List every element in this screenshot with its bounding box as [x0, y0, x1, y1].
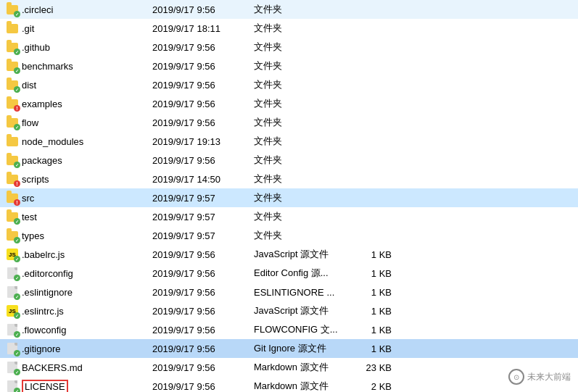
- file-icon: JS: [6, 304, 19, 317]
- file-row[interactable]: scripts2019/9/17 14:50文件夹: [0, 170, 578, 188]
- file-icon: [6, 361, 19, 374]
- file-name: src: [22, 193, 152, 204]
- file-date: 2019/9/17 14:50: [152, 174, 254, 185]
- file-date: 2019/9/17 9:56: [152, 61, 254, 72]
- file-date: 2019/9/17 9:56: [152, 362, 254, 373]
- file-icon: JS: [6, 248, 19, 261]
- file-row[interactable]: examples2019/9/17 9:56文件夹: [0, 94, 578, 113]
- file-row[interactable]: .flowconfig2019/9/17 9:56FLOWCONFIG 文...…: [0, 320, 578, 339]
- badge-green: [14, 350, 20, 356]
- file-icon: [6, 267, 19, 280]
- file-name: .github: [22, 42, 152, 53]
- file-row[interactable]: src2019/9/17 9:57文件夹: [0, 188, 578, 207]
- badge-green: [14, 67, 20, 74]
- file-date: 2019/9/17 9:56: [152, 343, 254, 354]
- file-icon: [6, 97, 19, 110]
- file-type: JavaScript 源文件: [254, 304, 348, 317]
- file-name: types: [22, 230, 152, 241]
- file-row[interactable]: benchmarks2019/9/17 9:56文件夹: [0, 57, 578, 75]
- file-name: .git: [22, 23, 152, 34]
- file-name: .editorconfig: [22, 268, 152, 279]
- file-icon: [6, 191, 19, 204]
- badge-green: [14, 331, 20, 338]
- file-row[interactable]: flow2019/9/17 9:56文件夹: [0, 113, 578, 132]
- file-row[interactable]: .github2019/9/17 9:56文件夹: [0, 38, 578, 57]
- file-icon: [6, 323, 19, 336]
- file-date: 2019/9/17 9:56: [152, 381, 254, 392]
- file-row[interactable]: dist2019/9/17 9:56文件夹: [0, 75, 578, 94]
- file-type: 文件夹: [254, 78, 348, 91]
- file-icon: [6, 3, 19, 16]
- file-date: 2019/9/17 9:56: [152, 287, 254, 298]
- file-row[interactable]: types2019/9/17 9:57文件夹: [0, 226, 578, 245]
- file-type: 文件夹: [254, 154, 348, 167]
- file-date: 2019/9/17 9:56: [152, 4, 254, 15]
- file-icon: [6, 78, 19, 91]
- file-size: 1 KB: [348, 343, 392, 354]
- file-size: 1 KB: [348, 268, 392, 279]
- file-row[interactable]: .eslintignore2019/9/17 9:56ESLINTIGNORE …: [0, 283, 578, 301]
- badge-red: [14, 180, 20, 187]
- file-name: .flowconfig: [22, 325, 152, 335]
- badge-green: [14, 49, 20, 55]
- file-row[interactable]: LICENSE2019/9/17 9:56Markdown 源文件2 KB: [0, 377, 578, 392]
- file-date: 2019/9/17 9:56: [152, 80, 254, 91]
- file-type: 文件夹: [254, 229, 348, 242]
- file-type: FLOWCONFIG 文...: [254, 323, 348, 336]
- badge-green: [14, 275, 20, 281]
- file-icon: [6, 380, 19, 392]
- file-date: 2019/9/17 9:56: [152, 325, 254, 335]
- file-row[interactable]: test2019/9/17 9:57文件夹: [0, 207, 578, 226]
- file-icon: [6, 210, 19, 223]
- file-date: 2019/9/17 9:56: [152, 117, 254, 128]
- file-date: 2019/9/17 9:56: [152, 249, 254, 260]
- file-date: 2019/9/17 9:57: [152, 193, 254, 204]
- badge-green: [14, 388, 20, 392]
- file-row[interactable]: BACKERS.md2019/9/17 9:56Markdown 源文件23 K…: [0, 358, 578, 377]
- file-row[interactable]: JS.babelrc.js2019/9/17 9:56JavaScript 源文…: [0, 245, 578, 264]
- file-type: Git Ignore 源文件: [254, 342, 348, 355]
- file-row[interactable]: packages2019/9/17 9:56文件夹: [0, 151, 578, 170]
- file-name: LICENSE: [22, 380, 152, 393]
- file-size: 1 KB: [348, 325, 392, 335]
- file-name: packages: [22, 155, 152, 166]
- file-type: 文件夹: [254, 210, 348, 223]
- file-icon: [6, 135, 19, 148]
- file-name: benchmarks: [22, 61, 152, 72]
- badge-green: [14, 237, 20, 243]
- file-size: 23 KB: [348, 362, 392, 373]
- file-type: Editor Config 源...: [254, 267, 348, 280]
- badge-green: [14, 162, 20, 168]
- file-row[interactable]: .editorconfig2019/9/17 9:56Editor Config…: [0, 264, 578, 283]
- badge-green: [14, 86, 20, 93]
- file-row[interactable]: JS.eslintrc.js2019/9/17 9:56JavaScript 源…: [0, 301, 578, 320]
- file-list[interactable]: .circleci2019/9/17 9:56文件夹.git2019/9/17 …: [0, 0, 578, 392]
- file-size: 1 KB: [348, 306, 392, 317]
- file-row[interactable]: .git2019/9/17 18:11文件夹: [0, 19, 578, 38]
- file-name: .babelrc.js: [22, 249, 152, 260]
- file-row[interactable]: .gitignore2019/9/17 9:56Git Ignore 源文件1 …: [0, 339, 578, 358]
- file-type: Markdown 源文件: [254, 380, 348, 392]
- file-date: 2019/9/17 19:13: [152, 136, 254, 147]
- file-date: 2019/9/17 9:56: [152, 155, 254, 166]
- file-name: test: [22, 212, 152, 222]
- file-type: 文件夹: [254, 191, 348, 204]
- watermark-text: 未来大前端: [527, 371, 571, 383]
- file-type: 文件夹: [254, 3, 348, 16]
- file-type: 文件夹: [254, 116, 348, 129]
- file-row[interactable]: node_modules2019/9/17 19:13文件夹: [0, 132, 578, 151]
- watermark: ⊙ 未来大前端: [508, 369, 571, 385]
- file-type: 文件夹: [254, 22, 348, 35]
- file-type: 文件夹: [254, 59, 348, 72]
- file-date: 2019/9/17 9:56: [152, 306, 254, 317]
- file-date: 2019/9/17 9:57: [152, 212, 254, 222]
- file-icon: [6, 229, 19, 242]
- file-row[interactable]: .circleci2019/9/17 9:56文件夹: [0, 0, 578, 19]
- file-name: .circleci: [22, 4, 152, 15]
- badge-green: [14, 11, 20, 17]
- badge-green: [14, 312, 20, 319]
- badge-red: [14, 105, 20, 112]
- file-type: ESLINTIGNORE ...: [254, 287, 348, 298]
- file-name: BACKERS.md: [22, 362, 152, 373]
- file-name: examples: [22, 99, 152, 109]
